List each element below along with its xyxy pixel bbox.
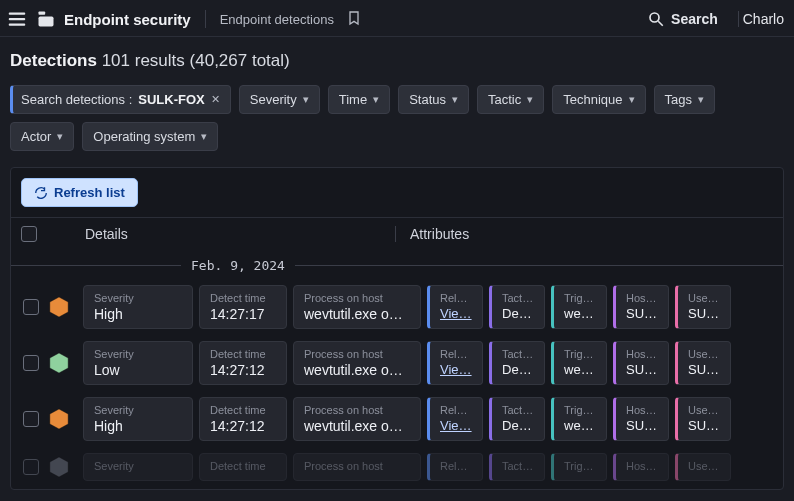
attr-cell[interactable]: User n…: [675, 453, 731, 481]
bookmark-icon[interactable]: [346, 10, 362, 29]
svg-rect-1: [9, 18, 26, 20]
attr-cell[interactable]: Relate…: [427, 453, 483, 481]
attr-cell[interactable]: Tactic …: [489, 453, 545, 481]
search-label: Search: [671, 11, 718, 27]
attr-cell[interactable]: User n…SUL…: [675, 285, 731, 329]
severity-hex-icon: [49, 352, 69, 374]
breadcrumb[interactable]: Endpoint detections: [220, 12, 334, 27]
filter-time[interactable]: Time▾: [328, 85, 390, 114]
attr-cell[interactable]: Trigge…: [551, 453, 607, 481]
column-attributes: Attributes: [395, 226, 469, 242]
divider: [205, 10, 206, 28]
filter-technique[interactable]: Technique▾: [552, 85, 645, 114]
row-checkbox[interactable]: [23, 355, 39, 371]
process-cell[interactable]: Process on hostwevtutil.exe on …: [293, 341, 421, 385]
date-divider: Feb. 9, 2024: [11, 252, 783, 281]
row-checkbox[interactable]: [23, 411, 39, 427]
search-chip[interactable]: Search detections : SULK-FOX ✕: [10, 85, 231, 114]
filter-tactic[interactable]: Tactic▾: [477, 85, 544, 114]
app-icon: [36, 9, 56, 29]
svg-marker-9: [50, 353, 68, 373]
severity-cell[interactable]: SeverityHigh: [83, 285, 193, 329]
results-panel: Refresh list Details Attributes Feb. 9, …: [10, 167, 784, 490]
detection-row: SeverityLowDetect time14:27:12Process on…: [11, 337, 783, 393]
severity-cell[interactable]: Severity: [83, 453, 193, 481]
page-title: Detections 101 results (40,267 total): [0, 37, 794, 81]
svg-rect-2: [9, 24, 26, 26]
severity-hex-icon: [49, 456, 69, 478]
severity-hex-icon: [49, 408, 69, 430]
attr-cell[interactable]: Hostn…SUL…: [613, 285, 669, 329]
severity-cell[interactable]: SeverityLow: [83, 341, 193, 385]
attr-cell[interactable]: Relate…Vie…: [427, 341, 483, 385]
svg-point-6: [650, 13, 659, 22]
severity-hex-icon: [49, 296, 69, 318]
attr-cell[interactable]: User n…SUL…: [675, 341, 731, 385]
attr-cell[interactable]: Hostn…SUL…: [613, 341, 669, 385]
attr-cell[interactable]: Relate…Vie…: [427, 285, 483, 329]
select-all-checkbox[interactable]: [21, 226, 37, 242]
process-cell[interactable]: Process on hostwevtutil.exe on …: [293, 397, 421, 441]
attr-cell[interactable]: Trigge…wev…: [551, 285, 607, 329]
attr-cell[interactable]: Tactic …Defe…: [489, 285, 545, 329]
detection-row: SeverityDetect timeProcess on hostRelate…: [11, 449, 783, 489]
svg-rect-5: [41, 19, 51, 21]
menu-icon[interactable]: [6, 8, 28, 30]
detect-time-cell[interactable]: Detect time: [199, 453, 287, 481]
svg-marker-11: [50, 457, 68, 477]
detection-row: SeverityHighDetect time14:27:17Process o…: [11, 281, 783, 337]
detect-time-cell[interactable]: Detect time14:27:12: [199, 341, 287, 385]
svg-rect-4: [39, 17, 54, 27]
attr-cell[interactable]: Trigge…wev…: [551, 397, 607, 441]
table-header: Details Attributes: [11, 217, 783, 252]
detect-time-cell[interactable]: Detect time14:27:17: [199, 285, 287, 329]
attr-cell[interactable]: Tactic …Defe…: [489, 397, 545, 441]
attr-cell[interactable]: Hostn…SUL…: [613, 397, 669, 441]
filter-bar: Search detections : SULK-FOX ✕ Severity▾…: [0, 81, 794, 157]
attr-cell[interactable]: Hostn…: [613, 453, 669, 481]
row-checkbox[interactable]: [23, 299, 39, 315]
svg-rect-3: [39, 12, 46, 15]
svg-line-7: [658, 21, 663, 26]
svg-marker-10: [50, 409, 68, 429]
attr-cell[interactable]: Relate…Vie…: [427, 397, 483, 441]
attr-cell[interactable]: User n…SUL…: [675, 397, 731, 441]
brand-title: Endpoint security: [64, 11, 191, 28]
user-menu[interactable]: Charlo: [738, 11, 784, 27]
global-search[interactable]: Search: [647, 10, 718, 28]
filter-actor[interactable]: Actor▾: [10, 122, 74, 151]
filter-os[interactable]: Operating system▾: [82, 122, 218, 151]
row-checkbox[interactable]: [23, 459, 39, 475]
filter-tags[interactable]: Tags▾: [654, 85, 715, 114]
attr-cell[interactable]: Trigge…wev…: [551, 341, 607, 385]
detect-time-cell[interactable]: Detect time14:27:12: [199, 397, 287, 441]
clear-search-icon[interactable]: ✕: [211, 93, 220, 106]
filter-severity[interactable]: Severity▾: [239, 85, 320, 114]
detection-row: SeverityHighDetect time14:27:12Process o…: [11, 393, 783, 449]
attr-cell[interactable]: Tactic …Defe…: [489, 341, 545, 385]
process-cell[interactable]: Process on hostwevtutil.exe on …: [293, 285, 421, 329]
svg-marker-8: [50, 297, 68, 317]
filter-status[interactable]: Status▾: [398, 85, 469, 114]
process-cell[interactable]: Process on host: [293, 453, 421, 481]
refresh-list-button[interactable]: Refresh list: [21, 178, 138, 207]
column-details: Details: [85, 226, 395, 242]
severity-cell[interactable]: SeverityHigh: [83, 397, 193, 441]
svg-rect-0: [9, 13, 26, 15]
